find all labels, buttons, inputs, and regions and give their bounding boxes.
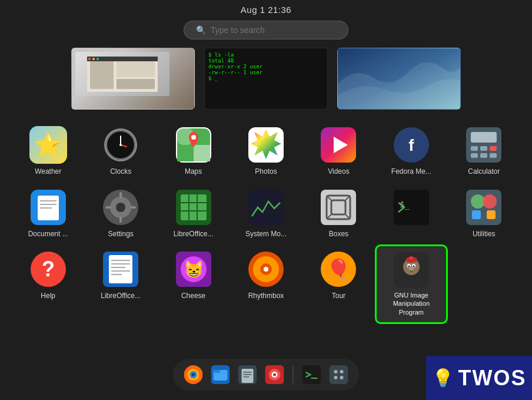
svg-rect-72 bbox=[111, 270, 130, 272]
taskbar-notes[interactable] bbox=[237, 363, 259, 386]
app-photos[interactable]: Photos bbox=[230, 120, 302, 183]
svg-rect-71 bbox=[111, 267, 125, 268]
app-document[interactable]: Document ... bbox=[12, 183, 84, 245]
svg-point-112 bbox=[273, 373, 276, 376]
taskbar bbox=[173, 359, 360, 391]
app-terminal-row2[interactable]: $_ bbox=[375, 183, 447, 245]
rhythmbox-icon bbox=[247, 250, 285, 288]
svg-rect-41 bbox=[119, 217, 122, 223]
app-photos-label: Photos bbox=[255, 167, 277, 177]
thumbnail-gimp-inner bbox=[75, 52, 169, 96]
svg-rect-26 bbox=[471, 146, 478, 151]
svg-rect-58 bbox=[394, 190, 429, 225]
weather-icon: ⭐ bbox=[29, 126, 67, 164]
search-bar[interactable]: 🔍 bbox=[184, 21, 348, 39]
svg-point-100 bbox=[192, 373, 195, 376]
app-utilities[interactable]: Utilities bbox=[448, 183, 520, 245]
svg-text:?: ? bbox=[42, 257, 55, 281]
svg-point-7 bbox=[97, 58, 99, 60]
svg-rect-35 bbox=[40, 204, 56, 205]
app-boxes[interactable]: Boxes bbox=[302, 183, 375, 245]
app-libreoffice-writer-label: LibreOffice... bbox=[101, 292, 141, 301]
app-clocks-label: Clocks bbox=[110, 167, 131, 177]
app-rhythmbox-label: Rhythmbox bbox=[248, 292, 284, 301]
svg-rect-105 bbox=[242, 369, 254, 383]
settings-icon bbox=[102, 189, 139, 226]
svg-text:f: f bbox=[408, 136, 414, 154]
system-monitor-icon bbox=[247, 189, 285, 226]
app-libreoffice-writer[interactable]: LibreOffice... bbox=[84, 244, 157, 324]
utilities-icon bbox=[465, 189, 503, 226]
cheese-icon: 😸 bbox=[175, 250, 212, 288]
document-icon bbox=[29, 189, 67, 226]
maps-icon bbox=[175, 126, 212, 164]
svg-rect-108 bbox=[244, 376, 250, 378]
app-gimp[interactable]: GNU Image Manipulation Program bbox=[375, 244, 447, 324]
app-calculator-label: Calculator bbox=[468, 167, 500, 177]
svg-point-118 bbox=[334, 376, 338, 379]
boxes-icon bbox=[320, 189, 357, 226]
app-cheese[interactable]: 😸 Cheese bbox=[157, 244, 230, 324]
app-calculator[interactable]: Calculator bbox=[448, 120, 520, 183]
app-maps[interactable]: Maps bbox=[157, 120, 230, 183]
svg-rect-115 bbox=[330, 365, 348, 384]
svg-point-89 bbox=[408, 266, 410, 267]
app-maps-label: Maps bbox=[185, 167, 202, 177]
svg-rect-27 bbox=[480, 146, 487, 151]
svg-point-90 bbox=[413, 266, 414, 267]
app-gimp-label: GNU Image Manipulation Program bbox=[385, 291, 438, 316]
svg-rect-63 bbox=[472, 210, 481, 219]
svg-rect-1 bbox=[90, 59, 114, 89]
svg-point-18 bbox=[191, 135, 196, 140]
search-icon: 🔍 bbox=[196, 25, 206, 35]
app-weather[interactable]: ⭐ Weather bbox=[12, 120, 84, 183]
app-clocks[interactable]: Clocks bbox=[84, 120, 157, 183]
svg-point-12 bbox=[119, 144, 122, 146]
svg-rect-73 bbox=[111, 274, 122, 275]
app-weather-label: Weather bbox=[35, 167, 61, 177]
app-fedora-label: Fedora Me... bbox=[391, 167, 431, 177]
svg-point-62 bbox=[483, 194, 497, 209]
app-settings[interactable]: Settings bbox=[84, 183, 157, 245]
help-icon: ? bbox=[29, 250, 67, 288]
thumbnail-terminal[interactable]: $ ls -la total 48 drwxr-xr-x 2 user -rw-… bbox=[204, 48, 328, 110]
svg-rect-25 bbox=[471, 132, 497, 143]
svg-rect-50 bbox=[248, 190, 284, 225]
svg-point-119 bbox=[340, 376, 344, 379]
svg-rect-3 bbox=[117, 79, 155, 89]
thumbnail-wallpaper[interactable] bbox=[337, 48, 461, 110]
taskbar-software[interactable] bbox=[264, 363, 286, 386]
taskbar-terminal[interactable] bbox=[301, 363, 323, 386]
app-libreoffice-calc[interactable]: LibreOffice... bbox=[157, 183, 230, 245]
photos-icon bbox=[247, 126, 285, 164]
app-rhythmbox[interactable]: Rhythmbox bbox=[230, 244, 302, 324]
svg-rect-29 bbox=[471, 153, 478, 158]
taskbar-files[interactable] bbox=[210, 363, 232, 386]
app-help[interactable]: ? Help bbox=[12, 244, 84, 324]
window-thumbnails: $ ls -la total 48 drwxr-xr-x 2 user -rw-… bbox=[0, 48, 532, 110]
taskbar-grid[interactable] bbox=[328, 363, 350, 386]
app-tour[interactable]: 🎈 Tour bbox=[302, 244, 375, 324]
app-fedora[interactable]: f Fedora Me... bbox=[375, 120, 447, 183]
taskbar-firefox[interactable] bbox=[182, 363, 205, 386]
svg-rect-70 bbox=[111, 263, 130, 265]
svg-point-5 bbox=[88, 58, 91, 60]
fedora-icon: f bbox=[393, 126, 430, 164]
app-videos-label: Videos bbox=[328, 167, 349, 177]
svg-point-117 bbox=[340, 370, 344, 373]
svg-rect-31 bbox=[490, 153, 497, 158]
app-tour-label: Tour bbox=[332, 292, 345, 301]
terminal-icon: $_ bbox=[393, 189, 430, 226]
app-videos[interactable]: Videos bbox=[302, 120, 375, 183]
svg-rect-45 bbox=[181, 194, 207, 220]
svg-rect-60 bbox=[466, 190, 501, 225]
search-input[interactable] bbox=[211, 25, 336, 35]
svg-rect-2 bbox=[117, 59, 155, 77]
thumbnail-gimp[interactable] bbox=[71, 48, 195, 110]
svg-rect-42 bbox=[105, 206, 111, 209]
gimp-icon bbox=[394, 252, 429, 287]
app-help-label: Help bbox=[41, 292, 55, 301]
clocks-icon bbox=[102, 126, 139, 164]
app-system-monitor[interactable]: System Mo... bbox=[230, 183, 302, 245]
datetime-display: Aug 1 21:36 bbox=[0, 0, 532, 17]
